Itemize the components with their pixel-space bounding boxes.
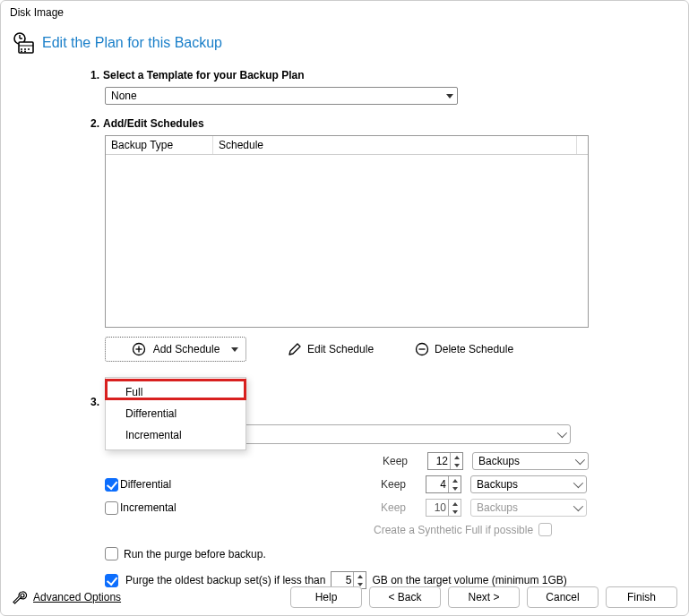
purge-gb-value[interactable] [332,574,353,586]
minus-circle-icon [415,342,429,356]
cancel-button[interactable]: Cancel [527,586,599,608]
full-unit-select[interactable]: Backups [472,452,589,470]
plus-circle-icon [132,342,146,356]
next-button[interactable]: Next > [448,586,520,608]
menu-item-full[interactable]: Full [106,381,245,403]
chevron-down-icon [446,94,453,98]
step3-label: 3. [90,396,99,408]
finish-button[interactable]: Finish [606,586,677,608]
diff-unit-select[interactable]: Backups [470,475,587,493]
chevron-down-icon [231,347,238,352]
menu-item-differential[interactable]: Differential [106,403,245,424]
purge-oldest-prefix: Purge the oldest backup set(s) if less t… [125,574,325,586]
incremental-checkbox[interactable] [105,501,118,515]
synthetic-full-checkbox [538,523,552,536]
step2-label: 2.Add/Edit Schedules [90,117,670,130]
chevron-down-icon [573,501,583,511]
svg-point-7 [28,48,30,50]
schedule-table: Backup Type Schedule [105,135,589,328]
spinner-down-icon[interactable] [451,461,462,469]
chevron-down-icon [573,478,583,488]
column-schedule[interactable]: Schedule [213,136,577,154]
add-schedule-menu: Full Differential Incremental [105,377,246,450]
run-purge-label: Run the purge before backup. [124,548,266,560]
wrench-icon [12,589,28,605]
chevron-down-icon [575,455,585,465]
incremental-label: Incremental [120,501,177,514]
purge-oldest-suffix: GB on the target volume (minimum 1GB) [372,574,566,586]
menu-item-incremental[interactable]: Incremental [106,424,245,446]
svg-point-5 [21,48,22,50]
delete-schedule-button[interactable]: Delete Schedule [415,342,513,356]
synthetic-full-label: Create a Synthetic Full if possible [374,524,533,536]
step1-label: 1.Select a Template for your Backup Plan [90,69,670,81]
inc-keep-value [426,501,448,514]
differential-checkbox[interactable] [105,478,118,492]
inc-keep-spinner [426,499,461,517]
run-purge-checkbox[interactable] [105,547,118,560]
svg-point-8 [21,51,22,53]
window-title: Disk Image [1,1,688,22]
schedule-table-body[interactable] [106,155,588,327]
diff-keep-spinner[interactable] [426,475,461,493]
pencil-icon [288,342,302,356]
schedule-icon [12,31,35,55]
diff-keep-value[interactable] [426,478,448,491]
help-button[interactable]: Help [290,586,362,608]
page-title: Edit the Plan for this Backup [42,35,222,51]
differential-label: Differential [120,478,171,491]
advanced-options-link[interactable]: Advanced Options [12,589,121,605]
full-keep-value[interactable] [428,455,450,467]
svg-point-6 [24,48,26,50]
svg-point-9 [24,51,26,53]
add-schedule-label: Add Schedule [153,343,220,355]
back-button[interactable]: < Back [369,586,441,608]
template-select[interactable]: None [105,87,458,105]
template-value: None [111,90,137,102]
column-backup-type[interactable]: Backup Type [106,136,213,154]
page-header: Edit the Plan for this Backup [1,22,688,69]
purge-oldest-checkbox[interactable] [105,574,118,587]
edit-schedule-button[interactable]: Edit Schedule [288,342,374,356]
spinner-up-icon[interactable] [451,453,462,461]
inc-unit-select: Backups [470,499,587,517]
full-keep-spinner[interactable] [427,452,463,470]
chevron-down-icon [557,428,567,438]
keep-label: Keep [383,455,418,467]
retention-rule-select[interactable]: ng backup sets in the target folder [239,424,571,444]
add-schedule-button[interactable]: Add Schedule [105,337,246,362]
